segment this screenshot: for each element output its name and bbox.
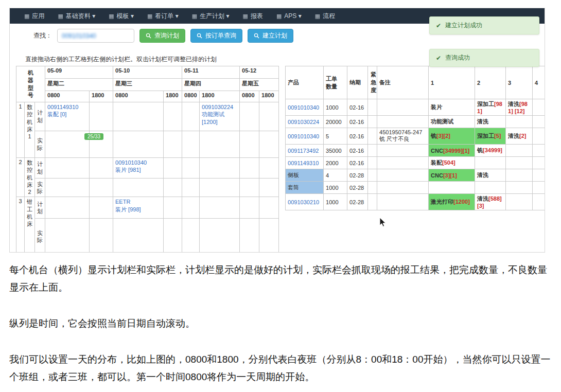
create-plan-button[interactable]: 建立计划	[248, 29, 293, 43]
process-cell-4[interactable]	[533, 116, 545, 128]
order-product-cell[interactable]: 套筒	[286, 182, 324, 194]
process-cell-1[interactable]	[429, 182, 475, 194]
plan-slot[interactable]: EETR 装片 [998]	[113, 197, 164, 219]
plan-slot[interactable]	[45, 197, 90, 219]
query-plan-button[interactable]: 查询计划	[139, 29, 185, 43]
plan-slot[interactable]	[45, 158, 90, 179]
process-cell-3[interactable]	[506, 157, 533, 169]
process-cell-2[interactable]: 清洗	[475, 116, 506, 128]
plan-card[interactable]: 0091149310 装配 [0]	[47, 103, 87, 118]
process-cell-4[interactable]	[533, 99, 545, 116]
plan-slot[interactable]	[90, 197, 113, 219]
order-product-link[interactable]: 0091030224	[288, 119, 319, 125]
process-cell-1[interactable]: 装片	[429, 99, 475, 116]
process-cell-2[interactable]: 深加工[5]	[475, 128, 506, 145]
plan-slot[interactable]: 0091030224 功能测试 [1200]	[200, 102, 240, 131]
process-cell-3[interactable]	[506, 182, 533, 194]
process-cell-3[interactable]	[506, 169, 533, 182]
process-cell-3[interactable]	[506, 194, 533, 210]
order-product-cell[interactable]: 侧板	[286, 169, 324, 182]
plan-slot[interactable]	[240, 102, 259, 131]
process-cell-1[interactable]: 功能测试	[429, 116, 475, 128]
process-cell-4[interactable]	[533, 157, 545, 169]
order-product-cell[interactable]: 0091010340	[286, 99, 324, 116]
machine-3-actual-row: 实际	[16, 219, 279, 253]
process-cell-2[interactable]: 深加工[981]	[475, 99, 506, 116]
process-cell-3[interactable]: 清洗[981] [12]	[506, 99, 533, 116]
process-cell-4[interactable]	[533, 128, 545, 145]
plan-slot[interactable]	[182, 158, 200, 179]
plan-slot[interactable]	[182, 197, 200, 219]
search-input[interactable]: 0091010340	[57, 29, 134, 43]
process-cell-2[interactable]	[475, 157, 506, 169]
plan-slot[interactable]	[240, 197, 259, 219]
query-by-order-button[interactable]: 按订单查询	[190, 29, 242, 43]
plan-slot[interactable]	[259, 158, 279, 179]
order-qty-header-line2: 数量	[326, 83, 345, 91]
order-product-link[interactable]: 套筒	[288, 184, 299, 190]
nav-item[interactable]: ▦ 生产计划 ▾	[192, 12, 230, 21]
date-header: 05-11	[182, 66, 240, 79]
process-cell-1[interactable]: 铣[3][2]	[429, 128, 475, 145]
machine-index: 3	[16, 197, 25, 253]
nav-item[interactable]: ▦ 模板 ▾	[109, 12, 134, 21]
order-product-link[interactable]: 0091149310	[288, 160, 319, 166]
plan-slot[interactable]: 0091010340 装片 [981]	[113, 158, 164, 179]
order-product-cell[interactable]: 0091149310	[286, 157, 324, 169]
order-due-date: 02-28	[347, 194, 368, 210]
process-cell-1[interactable]: 装配[504]	[429, 157, 475, 169]
plan-card-process: 功能测试 [1200]	[202, 111, 237, 126]
nav-item[interactable]: ▦ 应用	[24, 12, 44, 21]
plan-card[interactable]: EETR 装片 [998]	[115, 198, 161, 213]
plan-slot[interactable]	[90, 102, 113, 131]
plan-slot[interactable]	[200, 197, 240, 219]
nav-item[interactable]: ▦ 看订单 ▾	[147, 12, 179, 21]
plan-slot[interactable]	[200, 158, 240, 179]
process-cell-3[interactable]: 清洗[2]	[506, 128, 533, 145]
plan-slot[interactable]	[164, 102, 182, 131]
plan-slot[interactable]	[259, 197, 279, 219]
order-product-link[interactable]: 侧板	[288, 172, 299, 178]
process-cell-1[interactable]: CNC[3][1]	[429, 169, 475, 182]
plan-slot[interactable]	[240, 158, 259, 179]
process-name: 功能测试	[431, 118, 453, 124]
nav-item[interactable]: ▦ 基础资料 ▾	[58, 12, 95, 21]
order-product-cell[interactable]: 0091010340	[286, 128, 324, 145]
nav-item[interactable]: ▦ 流程	[315, 12, 335, 21]
toolbar: 查找： 0091010340 查询计划 按订单查询 建立计划	[33, 29, 293, 43]
process-cell-4[interactable]	[533, 145, 545, 157]
actual-slot	[164, 179, 182, 197]
process-cell-4[interactable]	[533, 169, 545, 182]
process-cell-2[interactable]: 铣[34999]	[475, 145, 506, 157]
process-cell-1[interactable]: CNC[34999][1]	[429, 145, 475, 157]
actual-slot	[164, 131, 182, 158]
order-product-cell[interactable]: 0091030210	[286, 194, 324, 210]
process-cell-2[interactable]	[475, 182, 506, 194]
plan-card[interactable]: 0091010340 装片 [981]	[115, 159, 161, 174]
process-cell-2[interactable]: 清洗	[475, 169, 506, 182]
order-product-link[interactable]: 0091173492	[288, 148, 319, 154]
order-product-cell[interactable]: 0091173492	[286, 145, 324, 157]
plan-card[interactable]: 0091030224 功能测试 [1200]	[202, 103, 237, 126]
process-cell-4[interactable]	[533, 194, 545, 210]
plan-slot[interactable]	[164, 158, 182, 179]
process-cell-3[interactable]	[506, 116, 533, 128]
nav-item[interactable]: ▦ 报表	[242, 12, 262, 21]
process-cell-2[interactable]: 清洗[588] [3]	[475, 194, 506, 210]
process-cell-1[interactable]: 激光打印[1200]	[429, 194, 475, 210]
machine-index: 1	[16, 102, 25, 158]
plan-slot[interactable]	[113, 102, 164, 131]
date-header: 05-10	[113, 66, 182, 79]
order-product-link[interactable]: 0091010340	[288, 133, 319, 139]
plan-slot[interactable]: 0091149310 装配 [0]	[45, 102, 90, 131]
plan-slot[interactable]	[182, 102, 200, 131]
plan-slot[interactable]	[259, 102, 279, 131]
order-product-cell[interactable]: 0091030224	[286, 116, 324, 128]
order-product-link[interactable]: 0091030210	[288, 199, 319, 205]
order-product-link[interactable]: 0091010340	[288, 104, 319, 111]
process-cell-4[interactable]	[533, 182, 545, 194]
process-cell-3[interactable]	[506, 145, 533, 157]
nav-item[interactable]: ▦ APS ▾	[276, 12, 302, 20]
plan-slot[interactable]	[90, 158, 113, 179]
plan-slot[interactable]	[164, 197, 182, 219]
